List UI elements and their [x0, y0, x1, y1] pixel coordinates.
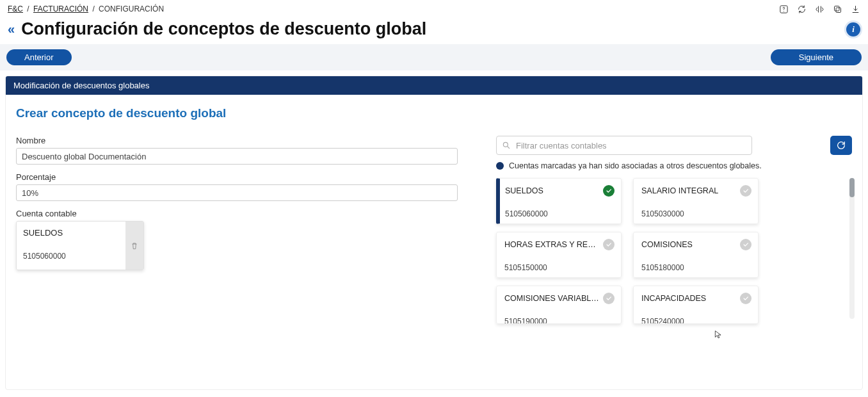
account-card[interactable]: INCAPACIDADES5105240000: [633, 286, 759, 324]
account-card-name: COMISIONES: [641, 240, 751, 249]
scrollbar-thumb[interactable]: [849, 178, 855, 197]
svg-rect-3: [834, 6, 839, 11]
svg-point-1: [784, 11, 784, 12]
info-icon[interactable]: i: [846, 22, 860, 36]
account-card-code: 5105190000: [504, 317, 615, 324]
remove-account-button[interactable]: [125, 222, 143, 270]
account-card-code: 5105060000: [505, 209, 615, 218]
account-card-name: COMISIONES VARIABLES: [504, 294, 615, 303]
account-card-code: 5105150000: [504, 263, 615, 272]
panel-header: Modificación de descuentos globales: [6, 76, 862, 95]
next-button[interactable]: Siguiente: [771, 49, 862, 65]
section-title: Crear concepto de descuento global: [16, 106, 852, 120]
account-card[interactable]: HORAS EXTRAS Y RECARGO5105150000: [496, 232, 622, 278]
check-icon: [740, 185, 751, 197]
account-card-name: INCAPACIDADES: [641, 294, 751, 303]
cards-scrollbar[interactable]: [849, 178, 855, 319]
percentage-label: Porcentaje: [16, 172, 458, 182]
selected-account-chip: SUELDOS 5105060000: [16, 221, 144, 270]
copy-icon[interactable]: [832, 4, 842, 14]
refresh-icon[interactable]: [796, 4, 807, 14]
help-icon[interactable]: [778, 4, 789, 14]
name-label: Nombre: [16, 136, 458, 145]
note-dot-icon: [496, 162, 504, 170]
associated-note: Cuentas marcadas ya han sido asociadas a…: [496, 161, 852, 170]
account-card-code: 5105030000: [641, 209, 751, 218]
breadcrumb-l2: CONFIGURACIÓN: [99, 4, 164, 13]
prev-button[interactable]: Anterior: [6, 49, 72, 65]
check-icon: [603, 293, 615, 304]
account-card-name: SUELDOS: [505, 186, 615, 195]
cursor-icon: [714, 328, 723, 341]
percentage-input[interactable]: [16, 184, 458, 201]
search-input[interactable]: [496, 136, 752, 155]
check-icon: [603, 239, 615, 250]
accounts-grid: SUELDOS5105060000SALARIO INTEGRAL5105030…: [496, 178, 759, 324]
account-card[interactable]: SUELDOS5105060000: [496, 178, 622, 224]
chip-name: SUELDOS: [23, 228, 119, 238]
check-icon: [740, 239, 751, 250]
download-icon[interactable]: [850, 4, 860, 14]
account-card[interactable]: COMISIONES VARIABLES5105190000: [496, 286, 622, 324]
refresh-search-button[interactable]: [830, 136, 852, 155]
chip-code: 5105060000: [23, 252, 119, 261]
svg-rect-2: [836, 8, 841, 13]
name-input[interactable]: [16, 148, 458, 165]
account-card-name: SALARIO INTEGRAL: [641, 186, 751, 195]
split-icon[interactable]: [814, 4, 824, 14]
back-chevrons-icon[interactable]: «: [8, 22, 12, 36]
page-title: Configuración de conceptos de descuento …: [21, 19, 426, 39]
breadcrumb-l1[interactable]: FACTURACIÓN: [33, 4, 88, 13]
account-card[interactable]: COMISIONES5105180000: [633, 232, 759, 278]
svg-point-4: [503, 142, 508, 147]
breadcrumb: F&C / FACTURACIÓN / CONFIGURACIÓN: [8, 4, 164, 13]
account-card-code: 5105180000: [641, 263, 751, 272]
account-label: Cuenta contable: [16, 209, 458, 218]
check-icon: [740, 293, 751, 304]
top-icons: [778, 4, 860, 14]
account-card-code: 5105240000: [641, 317, 751, 324]
breadcrumb-root[interactable]: F&C: [8, 4, 23, 13]
account-card-name: HORAS EXTRAS Y RECARGO: [504, 240, 615, 249]
search-icon: [502, 141, 511, 150]
account-card[interactable]: SALARIO INTEGRAL5105030000: [633, 178, 759, 224]
check-icon: [603, 185, 615, 197]
note-text: Cuentas marcadas ya han sido asociadas a…: [509, 161, 762, 170]
